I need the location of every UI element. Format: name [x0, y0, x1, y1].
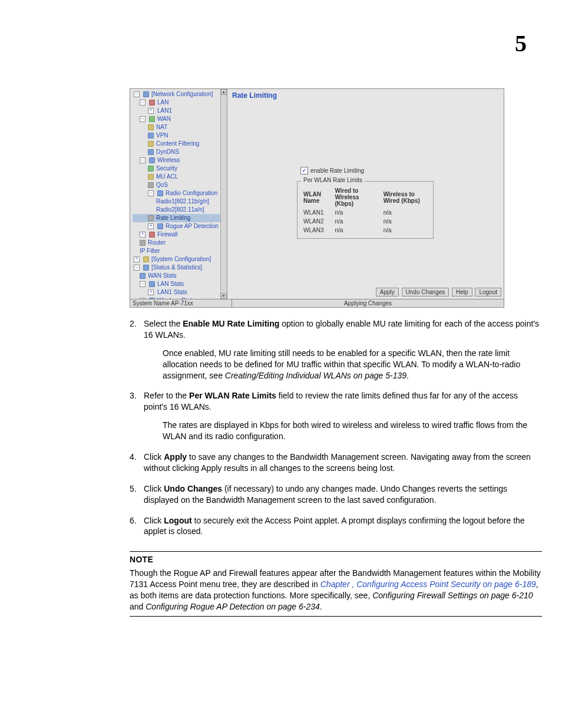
collapse-icon[interactable]: +	[140, 232, 146, 238]
col-wireless-to-wired: Wireless to Wired (Kbps)	[381, 186, 429, 208]
status-system-name: System Name AP-71xx	[130, 299, 232, 307]
tree-lan-stats[interactable]: –LAN Stats	[133, 280, 224, 288]
tree-vpn[interactable]: VPN	[133, 131, 224, 140]
expand-icon[interactable]: –	[134, 91, 140, 97]
col-wired-to-wireless: Wired to Wireless (Kbps)	[332, 186, 381, 208]
content-panel: Rate Limiting ✔ enable Rate Limiting Per…	[227, 89, 504, 299]
nav-tree-panel: –[Network Configuration] –LAN +LAN1 –WAN…	[130, 89, 227, 299]
fieldset-legend: Per WLAN Rate Limits	[301, 177, 365, 183]
step-number: 4.	[130, 452, 144, 474]
tree-ip-filter[interactable]: IP Filter	[133, 247, 224, 255]
table-row[interactable]: WLAN3 n/a n/a	[301, 226, 429, 235]
tree-mu-acl[interactable]: MU ACL	[133, 173, 224, 181]
collapse-icon[interactable]: +	[134, 256, 140, 262]
tree-status-statistics[interactable]: –[Status & Statistics]	[133, 263, 224, 272]
tree-wan-stats[interactable]: WAN Stats	[133, 272, 224, 280]
enable-rate-limiting-checkbox[interactable]: ✔	[300, 167, 308, 174]
expand-icon[interactable]: –	[140, 281, 146, 287]
rate-limits-table: WLAN Name Wired to Wireless (Kbps) Wirel…	[301, 186, 429, 235]
tree-wan[interactable]: –WAN	[133, 115, 224, 123]
expand-icon[interactable]: –	[134, 265, 140, 271]
tree-security[interactable]: Security	[133, 164, 224, 173]
tree-lan[interactable]: –LAN	[133, 98, 224, 107]
expand-icon[interactable]: –	[140, 100, 146, 106]
step-3-sub: The rates are displayed in Kbps for both…	[163, 420, 542, 442]
tree-lan1[interactable]: +LAN1	[133, 107, 224, 115]
tree-radio1[interactable]: Radio1[802.11b/g/n]	[133, 197, 224, 206]
step-2-sub: Once enabled, MU rate limiting still nee…	[163, 348, 542, 381]
tree-router[interactable]: Router	[133, 239, 224, 247]
table-row[interactable]: WLAN2 n/a n/a	[301, 217, 429, 226]
tree-scrollbar[interactable]: ▴ ▾	[220, 89, 227, 299]
tree-rogue-ap[interactable]: +Rogue AP Detection	[133, 222, 224, 230]
tree-network-configuration[interactable]: –[Network Configuration]	[133, 90, 224, 98]
apply-button[interactable]: Apply	[376, 288, 399, 297]
step-2: 2. Select the Enable MU Rate Limiting op…	[130, 318, 542, 341]
tree-rate-limiting[interactable]: Rate Limiting	[133, 214, 224, 222]
note-separator-bottom	[130, 616, 542, 617]
note-separator-top	[130, 551, 542, 552]
step-5: 5. Click Undo Changes (if necessary) to …	[130, 483, 542, 506]
step-number: 3.	[130, 390, 144, 413]
tree-dyndns[interactable]: DynDNS	[133, 148, 224, 156]
tree-qos[interactable]: QoS	[133, 181, 224, 189]
expand-icon[interactable]: –	[140, 116, 146, 122]
note-link[interactable]: Chapter , Configuring Access Point Secur…	[320, 579, 536, 589]
expand-icon[interactable]: –	[148, 190, 154, 196]
step-4: 4. Click Apply to save any changes to th…	[130, 452, 542, 474]
note-body: Though the Rogue AP and Firewall feature…	[130, 568, 542, 612]
step-number: 6.	[130, 515, 144, 538]
collapse-icon[interactable]: +	[140, 298, 146, 299]
tree-nat[interactable]: NAT	[133, 123, 224, 131]
tree-radio2[interactable]: Radio2[802.11a/n]	[133, 206, 224, 214]
tree-wireless-stats[interactable]: +Wireless Stats	[133, 297, 224, 299]
step-number: 2.	[130, 318, 144, 341]
step-3: 3. Refer to the Per WLAN Rate Limits fie…	[130, 390, 542, 413]
per-wlan-rate-limits-fieldset: Per WLAN Rate Limits WLAN Name Wired to …	[297, 181, 434, 239]
col-wlan-name: WLAN Name	[301, 186, 332, 208]
table-header-row: WLAN Name Wired to Wireless (Kbps) Wirel…	[301, 186, 429, 208]
table-row[interactable]: WLAN1 n/a n/a	[301, 208, 429, 217]
status-message: Applying Changes	[232, 299, 504, 307]
collapse-icon[interactable]: +	[148, 223, 154, 229]
panel-title: Rate Limiting	[227, 89, 504, 102]
scroll-up-icon[interactable]: ▴	[221, 89, 227, 95]
tree-lan1-stats[interactable]: +LAN1 Stats	[133, 288, 224, 297]
tree-radio-config[interactable]: –Radio Configuration	[133, 189, 224, 197]
status-bar: System Name AP-71xx Applying Changes	[130, 299, 504, 307]
body-text: 2. Select the Enable MU Rate Limiting op…	[130, 318, 542, 617]
screenshot-window: –[Network Configuration] –LAN +LAN1 –WAN…	[130, 88, 504, 308]
logout-button[interactable]: Logout	[475, 288, 501, 297]
chapter-number: 5	[515, 29, 527, 57]
step-number: 5.	[130, 483, 144, 506]
undo-changes-button[interactable]: Undo Changes	[402, 288, 449, 297]
help-button[interactable]: Help	[452, 288, 472, 297]
button-row: Apply Undo Changes Help Logout	[227, 285, 504, 299]
tree-firewall[interactable]: +Firewall	[133, 230, 224, 239]
expand-icon[interactable]: –	[140, 157, 146, 163]
collapse-icon[interactable]: +	[148, 289, 154, 295]
tree-wireless[interactable]: –Wireless	[133, 156, 224, 164]
scroll-down-icon[interactable]: ▾	[221, 293, 227, 299]
tree-content-filtering[interactable]: Content Filtering	[133, 140, 224, 148]
tree-system-configuration[interactable]: +[System Configuration]	[133, 255, 224, 263]
enable-rate-limiting-label: enable Rate Limiting	[310, 167, 364, 174]
collapse-icon[interactable]: +	[148, 108, 154, 114]
step-6: 6. Click Logout to securely exit the Acc…	[130, 515, 542, 538]
note-heading: NOTE	[130, 554, 542, 565]
